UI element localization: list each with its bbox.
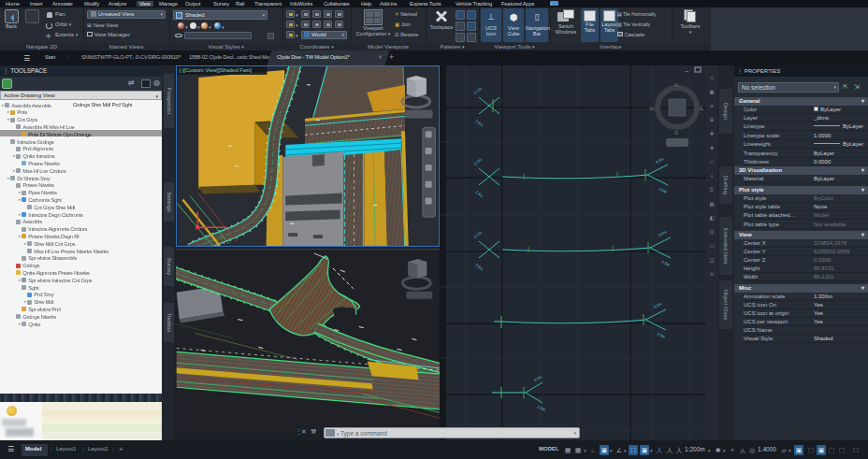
svg-text:–: – xyxy=(685,67,688,74)
svg-text:N: N xyxy=(674,82,678,88)
svg-text:W: W xyxy=(649,106,655,111)
svg-text:S: S xyxy=(674,130,678,136)
svg-text:[-][Custom View][Shaded Fast]: [-][Custom View][Shaded Fast] xyxy=(179,67,252,73)
